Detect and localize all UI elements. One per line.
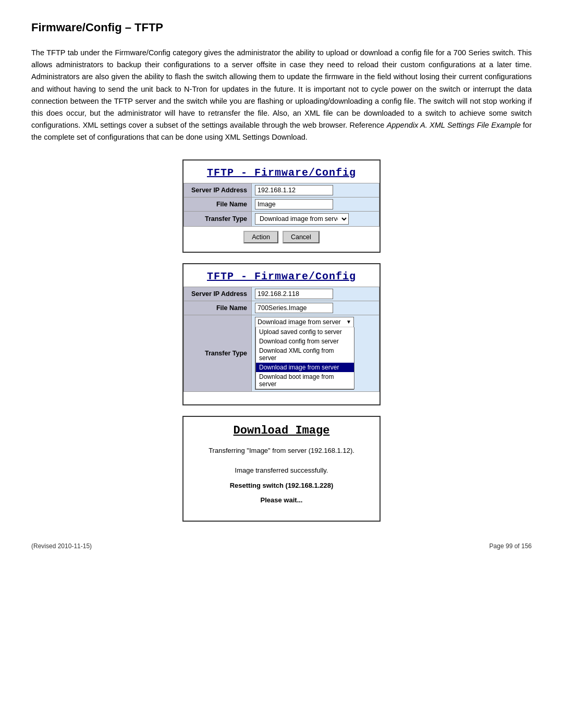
dropdown-option-5[interactable]: Download boot image from server [256,372,354,389]
body-paragraph: The TFTP tab under the Firmware/Config c… [31,47,532,144]
panels-container: TFTP - Firmware/Config Server IP Address… [31,159,532,522]
footer-page: Page 99 of 156 [489,542,532,550]
panel1-server-ip-row: Server IP Address [184,183,380,197]
panel2-dropdown[interactable]: Download image from server ▼ Upload save… [255,317,376,390]
panel1-file-name-label: File Name [184,197,252,211]
panel2-transfer-type-row: Transfer Type Download image from server… [184,315,380,391]
panel2-dropdown-list[interactable]: Upload saved config to server Download c… [255,327,354,389]
panel1-server-ip-label: Server IP Address [184,183,252,197]
panel1-action-button[interactable]: Action [243,231,278,243]
panel2-transfer-type-cell: Download image from server ▼ Upload save… [252,315,380,391]
footer-revised: (Revised 2010-11-15) [31,542,92,550]
panel2-server-ip-label: Server IP Address [184,287,252,301]
panel1-cancel-button[interactable]: Cancel [283,231,320,243]
panel1-form: Server IP Address File Name Transfer Typ… [183,183,380,227]
panel2-title: TFTP - Firmware/Config [183,264,380,287]
panel1-file-name-input[interactable] [255,199,333,209]
footer: (Revised 2010-11-15) Page 99 of 156 [31,542,532,550]
panel1-transfer-type-row: Transfer Type Download image from server [184,211,380,226]
panel2-file-name-cell [252,301,380,315]
panel2-select-box[interactable]: Download image from server ▼ Upload save… [255,317,354,390]
panel2-file-name-label: File Name [184,301,252,315]
panel2-server-ip-cell [252,287,380,301]
dropdown-option-4[interactable]: Download image from server [256,363,354,372]
panel1-transfer-type-cell: Download image from server [252,211,380,226]
panel-download: Download Image Transferring "Image" from… [182,416,381,522]
panel2-server-ip-input[interactable] [255,289,333,299]
panel1-server-ip-input[interactable] [255,185,333,195]
panel3-success-msg: Image transferred successfully. [194,463,369,478]
panel3-title: Download Image [194,417,369,443]
panel2-server-ip-row: Server IP Address [184,287,380,301]
panel-tftp-2: TFTP - Firmware/Config Server IP Address… [182,263,381,405]
dropdown-option-2[interactable]: Download config from server [256,337,354,346]
dropdown-option-3[interactable]: Download XML config from server [256,346,354,363]
dropdown-option-1[interactable]: Upload saved config to server [256,327,354,337]
panel1-file-name-cell [252,197,380,211]
panel3-resetting-msg: Resetting switch (192.168.1.228) [194,478,369,493]
panel2-transfer-type-label: Transfer Type [184,315,252,391]
panel2-file-name-row: File Name [184,301,380,315]
panel1-transfer-type-label: Transfer Type [184,211,252,226]
panel1-button-row: Action Cancel [183,231,380,243]
panel1-file-name-row: File Name [184,197,380,211]
panel2-select-header[interactable]: Download image from server ▼ [255,317,353,327]
panel3-transfer-msg: Transferring "Image" from server (192.16… [194,443,369,459]
panel2-form: Server IP Address File Name Transfer Typ… [183,287,380,392]
panel-tftp-1: TFTP - Firmware/Config Server IP Address… [182,159,381,253]
panel1-server-ip-cell [252,183,380,197]
panel2-selected-value: Download image from server [258,318,341,326]
panel1-title: TFTP - Firmware/Config [183,161,380,183]
panel2-select-arrow: ▼ [346,319,351,325]
panel3-body: Transferring "Image" from server (192.16… [194,443,369,508]
panel1-transfer-type-select[interactable]: Download image from server [255,213,349,225]
panel2-file-name-input[interactable] [255,303,333,313]
panel3-wait-msg: Please wait... [194,493,369,508]
page-title: Firmware/Config – TFTP [31,21,532,34]
